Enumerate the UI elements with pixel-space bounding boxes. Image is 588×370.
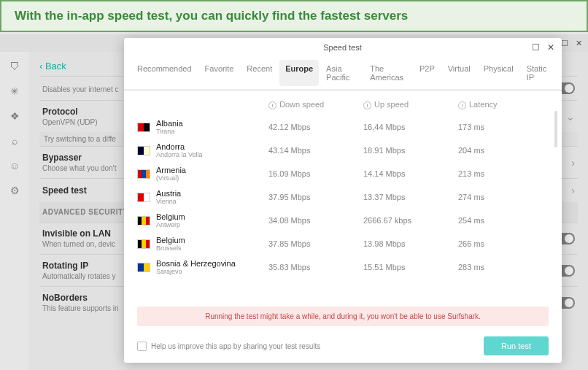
server-row[interactable]: BelgiumAntwerp34.08 Mbps2666.67 kbps254 … bbox=[137, 209, 549, 232]
country-name: Belgium bbox=[156, 212, 268, 221]
share-checkbox[interactable]: Help us improve this app by sharing your… bbox=[137, 342, 320, 351]
city-name: Sarajevo bbox=[156, 268, 268, 275]
table-headers: iDown speed iUp speed iLatency bbox=[124, 91, 562, 115]
latency: 213 ms bbox=[458, 169, 517, 178]
tab-asia-pacific[interactable]: Asia Pacific bbox=[320, 60, 363, 86]
city-name: Vienna bbox=[156, 198, 268, 205]
info-icon: i bbox=[363, 101, 371, 109]
antivirus-icon[interactable]: ❖ bbox=[10, 110, 20, 122]
scrollbar[interactable] bbox=[554, 111, 557, 147]
search-icon[interactable]: ⌕ bbox=[12, 135, 18, 147]
server-row[interactable]: AndorraAndorra la Vella43.14 Mbps18.91 M… bbox=[137, 139, 549, 162]
down-speed: 16.09 Mbps bbox=[268, 169, 363, 178]
tab-physical[interactable]: Physical bbox=[478, 60, 519, 86]
flag-icon bbox=[137, 193, 150, 202]
down-speed: 35.83 Mbps bbox=[268, 263, 363, 271]
info-icon: i bbox=[268, 101, 276, 109]
latency: 274 ms bbox=[458, 193, 517, 201]
run-test-button[interactable]: Run test bbox=[484, 336, 549, 355]
latency: 173 ms bbox=[458, 123, 517, 131]
country-name: Belgium bbox=[156, 236, 268, 244]
server-row[interactable]: Armenia(Virtual)16.09 Mbps14.14 Mbps213 … bbox=[137, 162, 549, 185]
chevron-right-icon[interactable]: › bbox=[571, 185, 575, 196]
up-speed: 15.51 Mbps bbox=[363, 263, 458, 271]
up-speed: 14.14 Mbps bbox=[363, 169, 458, 178]
country-name: Armenia bbox=[156, 166, 268, 174]
chevron-right-icon[interactable]: › bbox=[571, 157, 575, 169]
server-row[interactable]: Bosnia & HerzegovinaSarajevo35.83 Mbps15… bbox=[137, 255, 549, 279]
up-speed: 13.37 Mbps bbox=[363, 193, 458, 201]
flag-icon bbox=[137, 123, 150, 132]
chevron-down-icon[interactable]: ⌄ bbox=[566, 111, 575, 123]
maximize-icon[interactable]: ☐ bbox=[561, 39, 568, 48]
country-name: Bosnia & Herzegovina bbox=[156, 259, 268, 268]
city-name: (Virtual) bbox=[156, 174, 268, 182]
down-speed: 37.85 Mbps bbox=[268, 239, 363, 248]
flag-icon bbox=[137, 216, 150, 226]
speedtest-modal: Speed test ☐✕ RecommendedFavoriteRecentE… bbox=[124, 38, 562, 363]
tab-favorite[interactable]: Favorite bbox=[199, 60, 240, 86]
caption-banner: With the in-app speed test, you can quic… bbox=[0, 0, 588, 32]
sidebar: ⛉ ✳ ❖ ⌕ ☺ ⚙ bbox=[0, 52, 29, 370]
country-name: Austria bbox=[156, 189, 268, 198]
city-name: Brussels bbox=[156, 244, 268, 252]
down-speed: 43.14 Mbps bbox=[268, 146, 363, 155]
city-name: Antwerp bbox=[156, 221, 268, 228]
country-name: Albania bbox=[156, 119, 268, 128]
user-icon[interactable]: ☺ bbox=[9, 160, 20, 171]
up-speed: 2666.67 kbps bbox=[363, 216, 458, 225]
region-tabs: RecommendedFavoriteRecentEuropeAsia Paci… bbox=[124, 57, 562, 91]
server-row[interactable]: AlbaniaTirana42.12 Mbps16.44 Mbps173 ms bbox=[137, 115, 549, 139]
close-icon[interactable]: ✕ bbox=[547, 42, 554, 53]
warning-banner: Running the test might take a while, and… bbox=[137, 307, 549, 326]
latency: 283 ms bbox=[458, 263, 517, 271]
latency: 254 ms bbox=[458, 216, 517, 225]
server-row[interactable]: AustriaVienna37.95 Mbps13.37 Mbps274 ms bbox=[137, 185, 549, 209]
latency: 266 ms bbox=[458, 239, 517, 248]
shield-icon[interactable]: ⛉ bbox=[9, 61, 20, 72]
tab-virtual[interactable]: Virtual bbox=[442, 60, 476, 86]
tab-europe[interactable]: Europe bbox=[279, 60, 319, 86]
close-icon[interactable]: ✕ bbox=[576, 39, 582, 48]
flag-icon bbox=[137, 169, 150, 179]
flag-icon bbox=[137, 239, 150, 249]
down-speed: 34.08 Mbps bbox=[268, 216, 363, 225]
city-name: Tirana bbox=[156, 128, 268, 135]
tab-recommended[interactable]: Recommended bbox=[131, 60, 198, 86]
modal-title: Speed test bbox=[153, 43, 532, 52]
latency: 204 ms bbox=[458, 146, 517, 155]
info-icon: i bbox=[458, 101, 466, 109]
gear-icon[interactable]: ⚙ bbox=[10, 185, 20, 196]
maximize-icon[interactable]: ☐ bbox=[532, 42, 540, 53]
tab-static-ip[interactable]: Static IP bbox=[521, 60, 554, 86]
flag-icon bbox=[137, 146, 150, 155]
up-speed: 16.44 Mbps bbox=[363, 123, 458, 131]
server-row[interactable]: BelgiumBrussels37.85 Mbps13.98 Mbps266 m… bbox=[137, 232, 549, 255]
bug-icon[interactable]: ✳ bbox=[10, 85, 19, 97]
up-speed: 18.91 Mbps bbox=[363, 146, 458, 155]
up-speed: 13.98 Mbps bbox=[363, 239, 458, 248]
down-speed: 42.12 Mbps bbox=[268, 123, 363, 131]
tab-the-americas[interactable]: The Americas bbox=[364, 60, 412, 86]
server-list: AlbaniaTirana42.12 Mbps16.44 Mbps173 msA… bbox=[124, 115, 562, 304]
tab-recent[interactable]: Recent bbox=[241, 60, 278, 86]
tab-p2p[interactable]: P2P bbox=[414, 60, 441, 86]
down-speed: 37.95 Mbps bbox=[268, 193, 363, 201]
flag-icon bbox=[137, 263, 150, 272]
city-name: Andorra la Vella bbox=[156, 151, 268, 158]
country-name: Andorra bbox=[156, 142, 268, 151]
